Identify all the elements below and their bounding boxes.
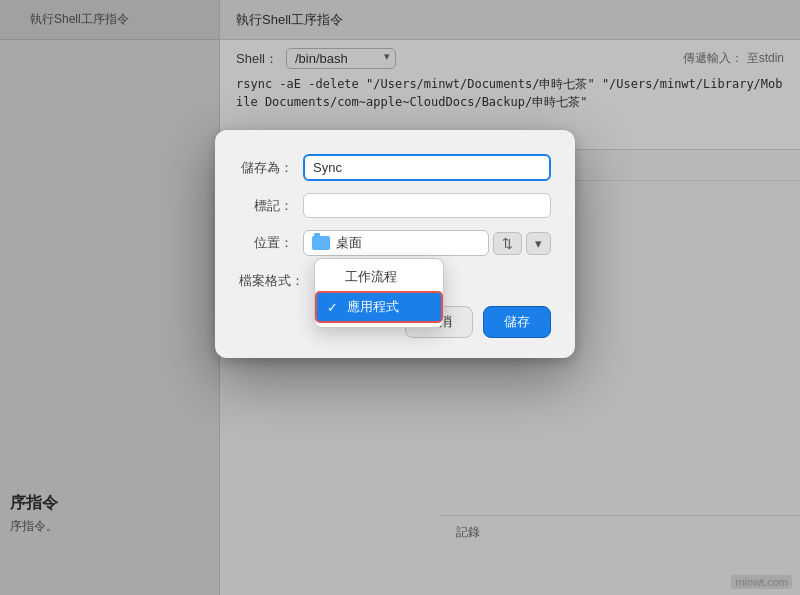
dropdown-item-workflow[interactable]: 工作流程	[315, 263, 443, 291]
folder-icon	[312, 236, 330, 250]
app-label: 應用程式	[347, 298, 399, 316]
location-value: 桌面	[336, 234, 362, 252]
location-label: 位置：	[239, 234, 293, 252]
tag-row: 標記：	[239, 193, 551, 218]
location-row: 位置： 桌面 ⇅ ▾	[239, 230, 551, 256]
save-as-input[interactable]	[303, 154, 551, 181]
save-dialog: 儲存為： 標記： 位置： 桌面 ⇅ ▾ 檔案格式： 工作流程	[215, 130, 575, 358]
workflow-label: 工作流程	[345, 268, 397, 286]
save-as-row: 儲存為：	[239, 154, 551, 181]
save-button[interactable]: 儲存	[483, 306, 551, 338]
tag-label: 標記：	[239, 197, 293, 215]
location-arrow-button[interactable]: ⇅	[493, 232, 522, 255]
format-dropdown-menu: 工作流程 ✓ 應用程式	[314, 258, 444, 328]
save-as-label: 儲存為：	[239, 159, 293, 177]
format-label: 檔案格式：	[239, 272, 304, 290]
dropdown-item-app[interactable]: ✓ 應用程式	[315, 291, 443, 323]
location-select-wrap: 桌面 ⇅ ▾	[303, 230, 551, 256]
location-button[interactable]: 桌面	[303, 230, 489, 256]
app-checkmark: ✓	[327, 300, 341, 315]
format-row: 檔案格式： 工作流程 ✓ 應用程式	[239, 268, 551, 290]
location-expand-button[interactable]: ▾	[526, 232, 551, 255]
tag-input[interactable]	[303, 193, 551, 218]
